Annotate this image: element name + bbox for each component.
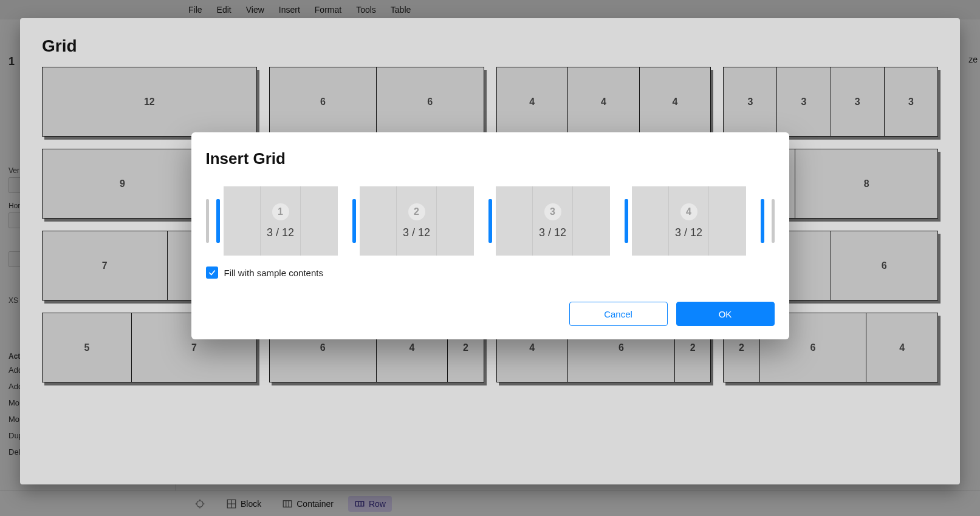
- dialog-buttons: Cancel OK: [206, 302, 775, 326]
- resize-handle-1[interactable]: [216, 199, 220, 243]
- column-number: 3: [544, 203, 561, 220]
- column-3[interactable]: 3 3 / 12: [496, 186, 610, 256]
- column-ratio: 3 / 12: [267, 226, 294, 239]
- resize-handle-5[interactable]: [761, 199, 764, 243]
- fill-sample-checkbox[interactable]: Fill with sample contents: [206, 266, 775, 279]
- column-ratio: 3 / 12: [403, 226, 430, 239]
- column-number: 4: [680, 203, 697, 220]
- ok-button[interactable]: OK: [676, 302, 775, 326]
- column-2[interactable]: 2 3 / 12: [360, 186, 474, 256]
- resize-handle-2[interactable]: [352, 199, 356, 243]
- column-number: 2: [408, 203, 425, 220]
- column-4[interactable]: 4 3 / 12: [632, 186, 746, 256]
- cancel-button[interactable]: Cancel: [569, 302, 668, 326]
- column-ratio: 3 / 12: [539, 226, 566, 239]
- checkbox-label: Fill with sample contents: [224, 268, 323, 278]
- column-number: 1: [272, 203, 289, 220]
- resize-handle-4[interactable]: [625, 199, 628, 243]
- column-ratio: 3 / 12: [675, 226, 702, 239]
- column-editor: 1 3 / 12 2 3 / 12 3 3 / 12 4 3 / 12: [206, 186, 775, 256]
- insert-grid-modal: Insert Grid 1 3 / 12 2 3 / 12 3 3 / 12: [191, 132, 789, 339]
- checkbox-checked-icon: [206, 266, 218, 279]
- resize-handle-start[interactable]: [206, 199, 209, 243]
- column-1[interactable]: 1 3 / 12: [224, 186, 338, 256]
- resize-handle-3[interactable]: [488, 199, 492, 243]
- resize-handle-end[interactable]: [772, 199, 775, 243]
- modal-backdrop-inner: Insert Grid 1 3 / 12 2 3 / 12 3 3 / 12: [0, 0, 980, 516]
- insert-grid-title: Insert Grid: [206, 149, 775, 168]
